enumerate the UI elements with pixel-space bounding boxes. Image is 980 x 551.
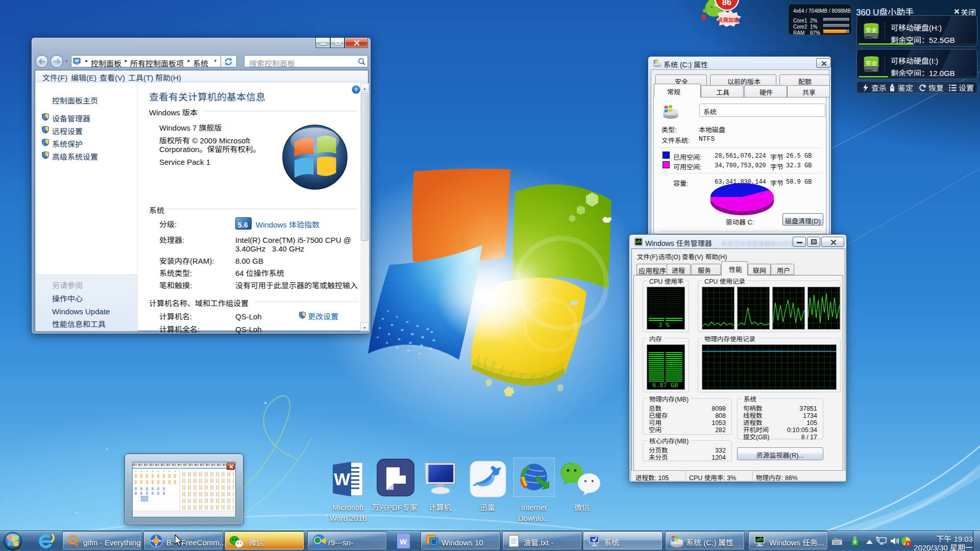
svg-text:安全: 安全 xyxy=(866,26,877,34)
svg-text:安全: 安全 xyxy=(866,59,877,67)
svg-text:W: W xyxy=(334,469,351,489)
svg-text:W: W xyxy=(400,537,407,546)
svg-text:86: 86 xyxy=(722,0,731,7)
svg-text:?: ? xyxy=(355,87,358,93)
